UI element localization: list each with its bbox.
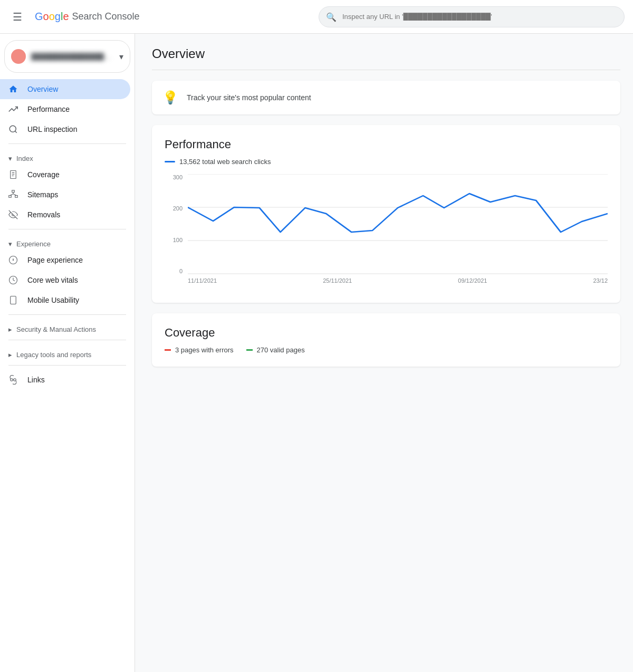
sidebar-item-core-web-vitals[interactable]: Core web vitals bbox=[0, 270, 130, 290]
sidebar-item-overview[interactable]: Overview bbox=[0, 79, 130, 99]
divider-5 bbox=[8, 365, 126, 366]
sidebar-label-overview: Overview bbox=[27, 85, 58, 93]
sidebar-item-removals[interactable]: Removals bbox=[0, 205, 130, 225]
menu-icon[interactable]: ☰ bbox=[8, 6, 26, 27]
chevron-down-icon-experience: ▾ bbox=[8, 240, 12, 248]
x-label-4: 23/12 bbox=[593, 277, 608, 284]
file-icon bbox=[8, 170, 19, 179]
logo-text: Google bbox=[35, 11, 69, 23]
divider-2 bbox=[8, 229, 126, 229]
sitemap-icon bbox=[8, 190, 19, 199]
divider-1 bbox=[8, 143, 126, 144]
y-label-200: 200 bbox=[165, 205, 183, 212]
chart-y-axis: 300 200 100 0 bbox=[165, 174, 186, 274]
error-indicator bbox=[165, 349, 171, 351]
section-security[interactable]: ▸ Security & Manual Actions bbox=[0, 319, 135, 335]
chart-x-axis: 11/11/2021 25/11/2021 09/12/2021 23/12 bbox=[188, 275, 608, 290]
svg-rect-8 bbox=[15, 196, 18, 198]
chevron-right-icon-security: ▸ bbox=[8, 325, 12, 333]
sidebar-label-coverage: Coverage bbox=[27, 170, 60, 179]
errors-text: 3 pages with errors bbox=[175, 346, 234, 354]
divider-3 bbox=[8, 314, 126, 315]
svg-rect-7 bbox=[9, 196, 12, 198]
performance-chart: 300 200 100 0 bbox=[165, 174, 608, 290]
layout: ██████████████████ ▾ Overview Performanc… bbox=[0, 34, 633, 672]
coverage-stat-valid: 270 valid pages bbox=[246, 346, 305, 354]
chevron-right-icon-legacy: ▸ bbox=[8, 351, 12, 359]
sidebar-label-url-inspection: URL inspection bbox=[27, 125, 77, 133]
chevron-down-icon-index: ▾ bbox=[8, 155, 12, 162]
section-experience-label: Experience bbox=[16, 240, 51, 248]
main-content: Overview 💡 Track your site's most popula… bbox=[135, 34, 633, 672]
divider-4 bbox=[8, 340, 126, 340]
search-bar: 🔍 bbox=[319, 6, 625, 27]
section-experience[interactable]: ▾ Experience bbox=[0, 234, 135, 250]
search-input[interactable] bbox=[319, 6, 625, 27]
sidebar-item-sitemaps[interactable]: Sitemaps bbox=[0, 185, 130, 205]
valid-text: 270 valid pages bbox=[257, 346, 305, 354]
tip-card: 💡 Track your site's most popular content bbox=[152, 81, 620, 114]
gauge-icon bbox=[8, 275, 19, 285]
header: ☰ Google Search Console 🔍 bbox=[0, 0, 633, 34]
sidebar-label-removals: Removals bbox=[27, 210, 60, 219]
page-title: Overview bbox=[152, 46, 620, 61]
x-label-1: 11/11/2021 bbox=[188, 277, 217, 284]
section-legacy-label: Legacy tools and reports bbox=[16, 351, 91, 359]
section-legacy[interactable]: ▸ Legacy tools and reports bbox=[0, 344, 135, 361]
phone-icon bbox=[8, 295, 19, 305]
sidebar-item-page-experience[interactable]: Page experience bbox=[0, 250, 130, 270]
x-label-2: 25/11/2021 bbox=[323, 277, 352, 284]
sidebar-label-page-experience: Page experience bbox=[27, 256, 83, 264]
sidebar-item-mobile-usability[interactable]: Mobile Usability bbox=[0, 290, 130, 310]
performance-card: Performance 13,562 total web search clic… bbox=[152, 125, 620, 303]
section-security-label: Security & Manual Actions bbox=[16, 325, 96, 333]
search-small-icon bbox=[8, 124, 19, 134]
section-index-label: Index bbox=[16, 155, 33, 162]
chart-legend: 13,562 total web search clicks bbox=[165, 158, 608, 166]
search-icon: 🔍 bbox=[326, 12, 337, 22]
sidebar-item-links[interactable]: Links bbox=[0, 370, 130, 390]
tip-icon: 💡 bbox=[162, 90, 178, 105]
svg-point-0 bbox=[9, 126, 16, 132]
svg-point-20 bbox=[14, 379, 16, 381]
sidebar-label-links: Links bbox=[27, 376, 45, 384]
sidebar-label-core-web-vitals: Core web vitals bbox=[27, 276, 78, 284]
account-name: ██████████████████ bbox=[31, 53, 114, 61]
coverage-stats: 3 pages with errors 270 valid pages bbox=[165, 346, 608, 354]
svg-rect-2 bbox=[11, 171, 16, 179]
coverage-card: Coverage 3 pages with errors 270 valid p… bbox=[152, 313, 620, 367]
account-selector[interactable]: ██████████████████ ▾ bbox=[4, 40, 130, 73]
y-label-100: 100 bbox=[165, 237, 183, 243]
valid-indicator bbox=[246, 349, 253, 351]
tip-text: Track your site's most popular content bbox=[187, 93, 311, 102]
svg-line-1 bbox=[15, 131, 16, 132]
sidebar-label-performance: Performance bbox=[27, 105, 70, 113]
svg-line-11 bbox=[13, 194, 16, 196]
sidebar-label-sitemaps: Sitemaps bbox=[27, 190, 58, 199]
chart-svg-area bbox=[188, 174, 608, 274]
legend-text: 13,562 total web search clicks bbox=[179, 158, 271, 166]
section-index[interactable]: ▾ Index bbox=[0, 148, 135, 165]
coverage-stat-errors: 3 pages with errors bbox=[165, 346, 234, 354]
link-icon bbox=[8, 375, 19, 385]
logo: Google Search Console bbox=[35, 11, 140, 23]
page-experience-icon bbox=[8, 255, 19, 265]
chevron-down-icon: ▾ bbox=[119, 52, 123, 62]
svg-rect-6 bbox=[12, 190, 15, 193]
x-label-3: 09/12/2021 bbox=[458, 277, 487, 284]
avatar bbox=[11, 49, 26, 64]
app-title: Search Console bbox=[72, 11, 140, 22]
trending-up-icon bbox=[8, 104, 19, 114]
legend-line bbox=[165, 161, 175, 162]
coverage-card-title: Coverage bbox=[165, 326, 608, 340]
sidebar: ██████████████████ ▾ Overview Performanc… bbox=[0, 34, 135, 672]
eye-off-icon bbox=[8, 210, 19, 219]
sidebar-item-coverage[interactable]: Coverage bbox=[0, 165, 130, 185]
sidebar-item-performance[interactable]: Performance bbox=[0, 99, 130, 119]
svg-rect-17 bbox=[11, 296, 16, 304]
title-divider bbox=[152, 70, 620, 70]
y-label-300: 300 bbox=[165, 174, 183, 180]
svg-point-19 bbox=[11, 379, 13, 381]
home-icon bbox=[8, 84, 19, 94]
sidebar-item-url-inspection[interactable]: URL inspection bbox=[0, 119, 130, 139]
